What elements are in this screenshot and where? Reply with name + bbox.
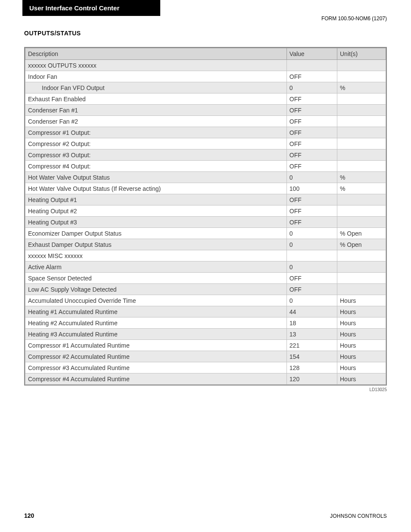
table-row: Hot Water Valve Output Status0% xyxy=(25,172,386,183)
banner-title: User Interface Control Center xyxy=(22,0,160,16)
cell-value: 120 xyxy=(286,373,337,385)
cell-description: Compressor #4 Accumulated Runtime xyxy=(25,373,287,385)
cell-description: Heating Output #2 xyxy=(25,205,287,217)
table-row: Compressor #2 Accumulated Runtime154Hour… xyxy=(25,351,386,362)
cell-description: Compressor #1 Output: xyxy=(25,127,287,138)
cell-value: 0 xyxy=(286,82,337,93)
cell-description: Compressor #2 Output: xyxy=(25,138,287,149)
cell-description: Economizer Damper Output Status xyxy=(25,228,287,239)
cell-description: Heating Output #1 xyxy=(25,194,287,205)
table-row: Indoor FanOFF xyxy=(25,71,386,82)
table-row: Exhaust Damper Output Status0% Open xyxy=(25,239,386,250)
cell-description: Exhaust Damper Output Status xyxy=(25,239,287,250)
table-row: Compressor #4 Accumulated Runtime120Hour… xyxy=(25,373,386,385)
table-row: Heating #1 Accumulated Runtime44Hours xyxy=(25,306,386,317)
cell-unit xyxy=(337,93,386,105)
cell-value xyxy=(286,250,337,261)
cell-description: Hot Water Valve Output Status xyxy=(25,172,287,183)
table-row: Active Alarm0 xyxy=(25,261,386,273)
table-row: Hot Water Valve Output Status (If Revers… xyxy=(25,183,386,194)
cell-unit xyxy=(337,116,386,127)
cell-unit: % Open xyxy=(337,239,386,250)
cell-description: Heating #2 Accumulated Runtime xyxy=(25,317,287,329)
outputs-status-table: Description Value Unit(s) xxxxxx OUTPUTS… xyxy=(24,47,387,386)
table-row: Space Sensor DetectedOFF xyxy=(25,273,386,284)
cell-description: Heating Output #3 xyxy=(25,217,287,228)
cell-unit: % xyxy=(337,82,386,93)
cell-unit: Hours xyxy=(337,351,386,362)
cell-description: Compressor #3 Output: xyxy=(25,149,287,161)
cell-description: Compressor #4 Output: xyxy=(25,161,287,172)
cell-unit: Hours xyxy=(337,362,386,373)
cell-unit xyxy=(337,250,386,261)
header-value: Value xyxy=(286,48,337,60)
cell-description: xxxxxx OUTPUTS xxxxxx xyxy=(25,60,287,71)
cell-unit xyxy=(337,71,386,82)
cell-value: OFF xyxy=(286,71,337,82)
cell-description: Exhaust Fan Enabled xyxy=(25,93,287,105)
cell-unit: Hours xyxy=(337,317,386,329)
table-row: Low AC Supply Voltage DetectedOFF xyxy=(25,284,386,295)
table-row: Compressor #3 Output:OFF xyxy=(25,149,386,161)
cell-description: Condenser Fan #2 xyxy=(25,116,287,127)
company-name: JOHNSON CONTROLS xyxy=(330,513,387,519)
cell-unit: Hours xyxy=(337,373,386,385)
page-number: 120 xyxy=(24,512,34,519)
cell-value: 18 xyxy=(286,317,337,329)
cell-value: OFF xyxy=(286,93,337,105)
cell-value: OFF xyxy=(286,161,337,172)
cell-unit xyxy=(337,105,386,116)
cell-value: OFF xyxy=(286,194,337,205)
cell-description: Heating #1 Accumulated Runtime xyxy=(25,306,287,317)
cell-unit xyxy=(337,161,386,172)
cell-value: 100 xyxy=(286,183,337,194)
table-row: xxxxxx MISC xxxxxx xyxy=(25,250,386,261)
table-row: Indoor Fan VFD Output0% xyxy=(25,82,386,93)
cell-value: 0 xyxy=(286,228,337,239)
cell-value: OFF xyxy=(286,116,337,127)
table-row: Exhaust Fan EnabledOFF xyxy=(25,93,386,105)
cell-unit: % xyxy=(337,183,386,194)
table-row: Compressor #1 Output:OFF xyxy=(25,127,386,138)
cell-value: 0 xyxy=(286,239,337,250)
cell-value xyxy=(286,60,337,71)
cell-description: Low AC Supply Voltage Detected xyxy=(25,284,287,295)
cell-value: 221 xyxy=(286,340,337,351)
cell-description: Space Sensor Detected xyxy=(25,273,287,284)
cell-unit xyxy=(337,138,386,149)
table-row: Compressor #2 Output:OFF xyxy=(25,138,386,149)
table-row: Heating Output #1OFF xyxy=(25,194,386,205)
cell-unit xyxy=(337,217,386,228)
cell-description: Compressor #2 Accumulated Runtime xyxy=(25,351,287,362)
table-row: Economizer Damper Output Status0% Open xyxy=(25,228,386,239)
cell-unit xyxy=(337,60,386,71)
cell-unit: Hours xyxy=(337,295,386,306)
cell-value: OFF xyxy=(286,217,337,228)
cell-value: 0 xyxy=(286,172,337,183)
cell-value: 0 xyxy=(286,295,337,306)
header-description: Description xyxy=(25,48,287,60)
cell-unit: Hours xyxy=(337,306,386,317)
cell-unit: Hours xyxy=(337,340,386,351)
cell-description: Compressor #3 Accumulated Runtime xyxy=(25,362,287,373)
table-row: Condenser Fan #1OFF xyxy=(25,105,386,116)
cell-description: Active Alarm xyxy=(25,261,287,273)
cell-unit xyxy=(337,149,386,161)
cell-value: OFF xyxy=(286,149,337,161)
cell-value: OFF xyxy=(286,127,337,138)
cell-description: xxxxxx MISC xxxxxx xyxy=(25,250,287,261)
table-row: Heating Output #2OFF xyxy=(25,205,386,217)
cell-description: Indoor Fan VFD Output xyxy=(25,82,287,93)
cell-value: OFF xyxy=(286,205,337,217)
cell-value: 13 xyxy=(286,329,337,340)
table-row: Accumulated Unoccupied Override Time0Hou… xyxy=(25,295,386,306)
cell-description: Compressor #1 Accumulated Runtime xyxy=(25,340,287,351)
cell-unit: % xyxy=(337,172,386,183)
cell-unit xyxy=(337,273,386,284)
table-row: Heating #2 Accumulated Runtime18Hours xyxy=(25,317,386,329)
table-row: Heating #3 Accumulated Runtime13Hours xyxy=(25,329,386,340)
cell-unit xyxy=(337,261,386,273)
header-unit: Unit(s) xyxy=(337,48,386,60)
cell-description: Condenser Fan #1 xyxy=(25,105,287,116)
cell-value: OFF xyxy=(286,284,337,295)
